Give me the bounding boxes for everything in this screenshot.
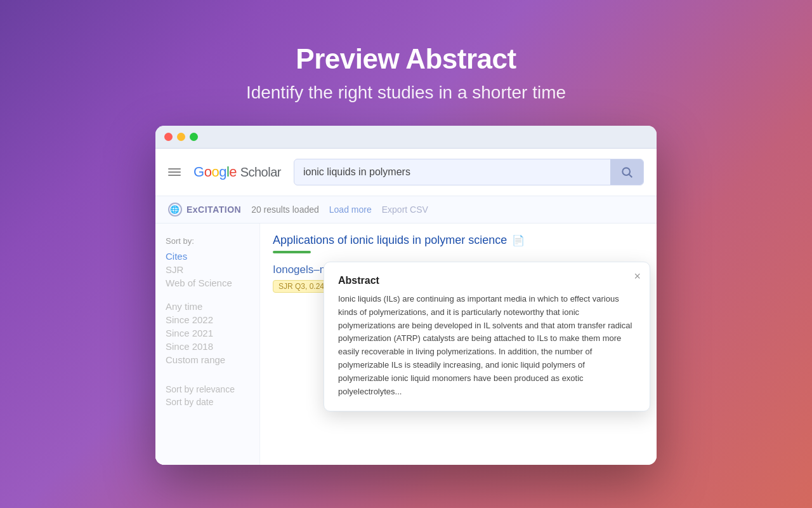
search-input[interactable] — [294, 160, 610, 184]
first-result-link[interactable]: Applications of ionic liquids in polymer… — [273, 234, 507, 247]
content-area: Sort by: Cites SJR Web of Science Any ti… — [155, 224, 657, 465]
browser-titlebar — [155, 126, 657, 149]
traffic-light-green[interactable] — [190, 133, 198, 141]
logo-letter-e: e — [229, 164, 237, 180]
sidebar: Sort by: Cites SJR Web of Science Any ti… — [155, 224, 260, 465]
export-csv-button[interactable]: Export CSV — [382, 204, 428, 215]
filter-custom-range[interactable]: Custom range — [166, 353, 249, 366]
results-area: Applications of ionic liquids in polymer… — [260, 224, 657, 465]
logo-letter-g1: G — [193, 164, 204, 180]
search-container — [294, 159, 644, 185]
page-subtitle: Identify the right studies in a shorter … — [246, 83, 566, 103]
excitation-logo: 🌐 ExCITATION — [168, 203, 241, 217]
progress-bar — [273, 251, 311, 253]
svg-line-1 — [629, 175, 632, 178]
sort-web-of-science[interactable]: Web of Science — [166, 276, 249, 290]
page-title: Preview Abstract — [296, 43, 516, 75]
sort-sjr[interactable]: SJR — [166, 263, 249, 276]
traffic-light-red[interactable] — [164, 133, 173, 141]
hamburger-menu-icon[interactable] — [168, 168, 181, 176]
logo-letter-g2: g — [219, 164, 226, 180]
logo-letter-o1: o — [204, 164, 212, 180]
abstract-title: Abstract — [338, 275, 636, 286]
search-icon — [620, 166, 633, 178]
logo-letter-o2: o — [211, 164, 219, 180]
close-abstract-button[interactable]: × — [634, 270, 641, 283]
sort-cites[interactable]: Cites — [166, 250, 249, 263]
filter-since-2018[interactable]: Since 2018 — [166, 340, 249, 353]
filter-any-time[interactable]: Any time — [166, 300, 249, 313]
excitation-bar: 🌐 ExCITATION 20 results loaded Load more… — [155, 196, 657, 224]
browser-body: Google Scholar 🌐 ExCITATION 20 results l… — [155, 149, 657, 465]
sort-by-label: Sort by: — [166, 236, 249, 246]
filter-since-2021[interactable]: Since 2021 — [166, 326, 249, 340]
search-button[interactable] — [610, 159, 643, 185]
logo-scholar-text: Scholar — [240, 165, 281, 179]
google-scholar-logo: Google Scholar — [193, 164, 281, 180]
sort-by-date[interactable]: Sort by date — [166, 397, 249, 407]
excitation-label: ExCITATION — [187, 204, 241, 215]
first-result-title: Applications of ionic liquids in polymer… — [273, 234, 644, 247]
load-more-button[interactable]: Load more — [329, 204, 372, 215]
results-loaded-text: 20 results loaded — [251, 204, 319, 215]
filter-since-2022[interactable]: Since 2022 — [166, 313, 249, 326]
abstract-popup: × Abstract Ionic liquids (ILs) are conti… — [324, 262, 650, 411]
scholar-bar: Google Scholar — [155, 149, 657, 196]
excitation-globe-icon: 🌐 — [168, 203, 182, 217]
svg-point-0 — [622, 168, 630, 175]
document-icon: 📄 — [512, 234, 525, 246]
sort-by-relevance[interactable]: Sort by relevance — [166, 384, 249, 394]
browser-window: Google Scholar 🌐 ExCITATION 20 results l… — [155, 126, 657, 465]
abstract-text: Ionic liquids (ILs) are continuing as im… — [338, 293, 636, 398]
traffic-light-yellow[interactable] — [177, 133, 185, 141]
